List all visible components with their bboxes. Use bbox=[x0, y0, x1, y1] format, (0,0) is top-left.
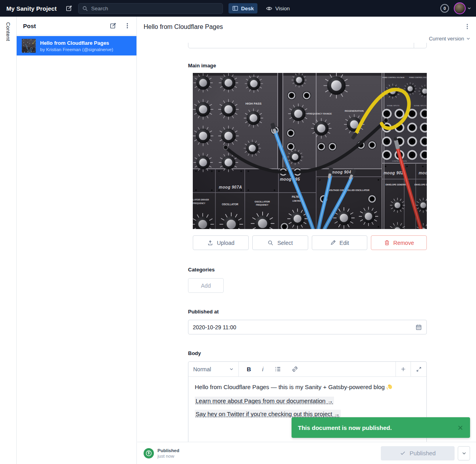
upload-icon bbox=[207, 240, 213, 246]
footer-actions: Published bbox=[381, 446, 470, 460]
search-icon bbox=[267, 240, 274, 246]
calendar-button[interactable] bbox=[415, 324, 422, 330]
check-icon bbox=[400, 450, 406, 456]
body-label: Body bbox=[188, 350, 427, 356]
user-menu-button[interactable] bbox=[467, 6, 471, 10]
remove-button-label: Remove bbox=[393, 240, 414, 246]
document-menu-button[interactable] bbox=[464, 23, 471, 30]
kebab-menu-icon[interactable] bbox=[124, 22, 131, 29]
main-image-label: Main image bbox=[188, 63, 427, 69]
waving-hand-emoji bbox=[386, 384, 393, 390]
top-navbar: My Sanity Project Search Desk Vision 0 bbox=[0, 0, 476, 17]
compose-icon[interactable] bbox=[109, 22, 117, 29]
editor-content[interactable]: Hello from Cloudflare Pages — this is my… bbox=[188, 377, 426, 423]
bold-button[interactable]: B bbox=[247, 366, 251, 372]
avatar[interactable] bbox=[454, 2, 466, 14]
select-button[interactable]: Select bbox=[252, 235, 308, 250]
paragraph-text: Hello from Cloudflare Pages — this is my… bbox=[195, 384, 385, 390]
list-item-subtitle: by Kristian Freeman (@signalnerve) bbox=[40, 47, 113, 52]
list-pane-header: Post bbox=[17, 17, 136, 35]
published-at-label: Published at bbox=[188, 309, 427, 315]
editor-toolbar: Normal B i bbox=[188, 362, 426, 377]
expand-icon bbox=[416, 367, 422, 372]
chevron-down-icon bbox=[466, 36, 470, 41]
search-input[interactable]: Search bbox=[78, 3, 223, 14]
compose-icon bbox=[65, 5, 73, 12]
style-selector[interactable]: Normal bbox=[188, 362, 239, 376]
remove-button[interactable]: Remove bbox=[371, 235, 427, 250]
published-toast: This document is now published. bbox=[292, 417, 470, 438]
fullscreen-button[interactable] bbox=[411, 362, 426, 376]
published-at-value: 2020-10-29 11:00 bbox=[193, 324, 236, 330]
list-item-thumbnail bbox=[22, 39, 36, 53]
upload-button[interactable]: Upload bbox=[193, 235, 249, 250]
new-document-button[interactable] bbox=[65, 5, 73, 12]
calendar-icon bbox=[415, 324, 422, 330]
close-icon bbox=[457, 424, 464, 431]
categories-label: Categories bbox=[188, 267, 427, 273]
toast-close-button[interactable] bbox=[457, 424, 464, 431]
notifications-badge[interactable]: 0 bbox=[440, 4, 449, 13]
bullet-list-button[interactable] bbox=[274, 366, 281, 372]
format-buttons: B i bbox=[239, 362, 395, 376]
list-item-title: Hello from Cloudflare Pages bbox=[40, 40, 113, 46]
publish-status-time: just now bbox=[157, 454, 179, 458]
tab-vision[interactable]: Vision bbox=[262, 3, 294, 14]
tab-desk-label: Desk bbox=[241, 6, 254, 11]
list-pane-title: Post bbox=[23, 23, 36, 29]
toast-message: This document is now published. bbox=[298, 424, 392, 431]
desk-panes-icon bbox=[232, 5, 238, 11]
search-icon bbox=[82, 6, 88, 11]
rail-content-tab[interactable]: Content bbox=[5, 22, 11, 41]
add-category-button[interactable]: Add bbox=[188, 278, 224, 293]
select-button-label: Select bbox=[277, 240, 293, 246]
version-label: Current version bbox=[429, 36, 464, 42]
edit-button-label: Edit bbox=[340, 240, 349, 246]
chevron-down-icon bbox=[229, 367, 234, 371]
document-title: Hello from Cloudflare Pages bbox=[144, 23, 223, 31]
pencil-icon bbox=[330, 240, 336, 246]
tool-rail: Content bbox=[0, 17, 17, 464]
list-item-post[interactable]: Hello from Cloudflare Pages by Kristian … bbox=[17, 36, 136, 55]
trash-icon bbox=[384, 240, 390, 246]
italic-button[interactable]: i bbox=[261, 366, 264, 372]
document-header: Hello from Cloudflare Pages Current vers… bbox=[137, 17, 476, 43]
project-title: My Sanity Project bbox=[6, 5, 57, 12]
document-footer: Published just now Published bbox=[137, 442, 476, 464]
publish-status-label: Published bbox=[157, 448, 179, 453]
upload-button-label: Upload bbox=[217, 240, 234, 246]
publish-button-label: Published bbox=[410, 450, 436, 456]
link-button[interactable] bbox=[292, 366, 298, 372]
publish-menu-button[interactable] bbox=[458, 446, 470, 460]
paragraph: Hello from Cloudflare Pages — this is my… bbox=[195, 383, 420, 391]
body-link-twitter[interactable]: Say hey on Twitter if you're checking ou… bbox=[195, 410, 341, 418]
publish-status-icon bbox=[144, 448, 154, 458]
kebab-menu-icon bbox=[464, 23, 471, 30]
plus-icon bbox=[400, 366, 406, 372]
link-icon bbox=[292, 366, 298, 372]
style-selector-value: Normal bbox=[193, 366, 211, 372]
list-pane-actions bbox=[109, 22, 131, 29]
published-at-input[interactable]: 2020-10-29 11:00 bbox=[188, 320, 427, 334]
tab-vision-label: Vision bbox=[275, 6, 290, 11]
body-link-documentation[interactable]: Learn more about Pages from our document… bbox=[195, 397, 334, 405]
edit-button[interactable]: Edit bbox=[312, 235, 368, 250]
insert-block-button[interactable] bbox=[395, 362, 411, 376]
search-placeholder: Search bbox=[91, 6, 108, 11]
document-form-scroll[interactable]: Main image Upload Sele bbox=[137, 43, 476, 442]
document-editor-pane: Hello from Cloudflare Pages Current vers… bbox=[137, 17, 476, 464]
list-item-meta: Hello from Cloudflare Pages by Kristian … bbox=[40, 40, 113, 52]
main-image[interactable] bbox=[193, 73, 427, 229]
publish-button[interactable]: Published bbox=[381, 446, 455, 460]
slug-field-partial[interactable] bbox=[188, 43, 427, 48]
version-selector[interactable]: Current version bbox=[429, 36, 470, 42]
sanity-studio-app: My Sanity Project Search Desk Vision 0 bbox=[0, 0, 476, 464]
navbar-right: 0 bbox=[440, 2, 471, 14]
chevron-down-icon bbox=[467, 6, 471, 10]
image-actions: Upload Select Edit bbox=[193, 235, 427, 250]
publish-status-meta: Published just now bbox=[157, 448, 179, 458]
bullet-list-icon bbox=[274, 366, 281, 372]
document-list-pane: Post Hello from Cloudflare Pages by Kris… bbox=[17, 17, 137, 464]
tab-desk[interactable]: Desk bbox=[228, 3, 257, 13]
publish-arrow-icon bbox=[145, 450, 152, 457]
